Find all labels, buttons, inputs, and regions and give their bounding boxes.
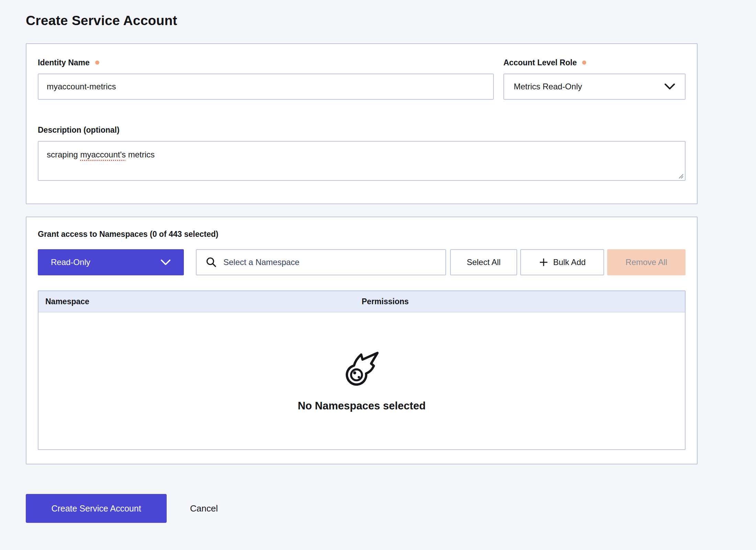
identity-name-label: Identity Name: [38, 58, 90, 67]
create-service-account-button[interactable]: Create Service Account: [26, 494, 167, 523]
details-card: Identity Name Account Level Role Metrics…: [26, 43, 698, 204]
required-dot-icon: [95, 60, 99, 65]
required-dot-icon: [582, 60, 586, 65]
namespaces-table: Namespace Permissions No Namespaces sele…: [38, 290, 686, 450]
search-icon: [205, 256, 217, 268]
namespaces-table-header: Namespace Permissions: [38, 291, 685, 312]
description-text: metrics: [126, 150, 155, 159]
namespace-search-box[interactable]: [196, 249, 446, 275]
comet-icon: [342, 350, 382, 389]
namespaces-empty-state: No Namespaces selected: [38, 312, 685, 449]
select-all-button[interactable]: Select All: [450, 249, 517, 275]
description-textarea[interactable]: scraping myaccount's metrics: [38, 141, 686, 181]
account-level-role-select[interactable]: Metrics Read-Only: [503, 74, 686, 100]
account-level-role-field: Account Level Role Metrics Read-Only: [503, 58, 686, 100]
identity-name-field: Identity Name: [38, 58, 494, 100]
textarea-resize-handle-icon[interactable]: [677, 172, 684, 179]
create-service-account-page: Create Service Account Identity Name Acc…: [0, 0, 756, 523]
permission-role-dropdown[interactable]: Read-Only: [38, 249, 184, 275]
column-header-namespace: Namespace: [38, 297, 362, 306]
chevron-down-icon: [664, 83, 675, 90]
description-label: Description (optional): [38, 125, 120, 135]
namespaces-card: Grant access to Namespaces (0 of 443 sel…: [26, 217, 698, 464]
namespaces-heading: Grant access to Namespaces (0 of 443 sel…: [38, 230, 686, 239]
plus-icon: [539, 257, 548, 267]
empty-state-message: No Namespaces selected: [298, 400, 425, 412]
page-title: Create Service Account: [26, 13, 730, 28]
bulk-add-label: Bulk Add: [553, 257, 586, 267]
remove-all-button[interactable]: Remove All: [607, 249, 686, 275]
account-level-role-value: Metrics Read-Only: [514, 82, 582, 91]
account-level-role-label: Account Level Role: [503, 58, 577, 67]
column-header-permissions: Permissions: [362, 297, 685, 306]
namespaces-toolbar: Read-Only Select All Bulk Add: [38, 249, 686, 275]
form-actions: Create Service Account Cancel: [26, 494, 730, 523]
cancel-button[interactable]: Cancel: [190, 503, 218, 514]
identity-name-input[interactable]: [38, 74, 494, 100]
permission-role-value: Read-Only: [51, 257, 90, 267]
bulk-add-button[interactable]: Bulk Add: [520, 249, 604, 275]
description-field: Description (optional) scraping myaccoun…: [38, 125, 686, 181]
namespace-search-input[interactable]: [223, 250, 442, 275]
description-misspelled-word: myaccount's: [80, 150, 126, 159]
chevron-down-icon: [160, 259, 171, 266]
description-text: scraping: [47, 150, 80, 159]
